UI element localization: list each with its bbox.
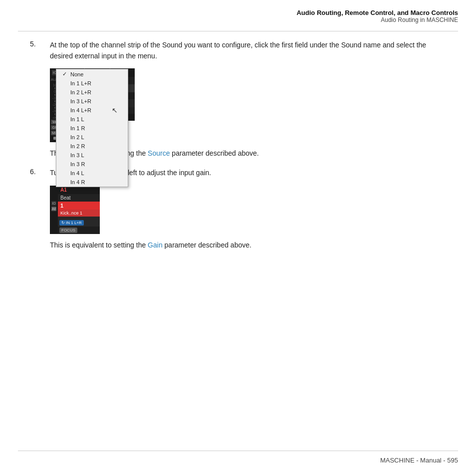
dropdown-item-in3l[interactable]: In 3 L (56, 151, 128, 160)
in1lr-btn[interactable]: ↻ IN 1 L+R (59, 220, 84, 226)
dropdown-menu: ✓ None In 1 L+R In 2 L+R In 3 L+R (56, 69, 128, 187)
dropdown-label-in3r: In 3 R (70, 161, 85, 167)
step-6-equiv: This is equivalent to setting the Gain p… (50, 240, 446, 250)
dropdown-item-in1l[interactable]: In 1 L (56, 115, 128, 124)
dropdown-label-in2lr: In 2 L+R (70, 89, 91, 95)
source-link[interactable]: Source (148, 149, 170, 157)
dropdown-item-in3r[interactable]: In 3 R (56, 160, 128, 169)
header-title: Audio Routing, Remote Control, and Macro… (296, 9, 458, 16)
dropdown-item-none[interactable]: ✓ None (56, 69, 128, 79)
dropdown-label-in1r: In 1 R (70, 125, 85, 131)
header-divider (18, 31, 458, 31)
footer-page-info: MASCHINE - Manual - 595 (380, 457, 458, 464)
mouse-cursor-icon: ↖ (112, 106, 118, 114)
maschine-ui-1: IO AUX 10 0 -10 -20 -30 -oo Mu (50, 68, 135, 142)
dropdown-item-in1r[interactable]: In 1 R (56, 124, 128, 133)
dropdown-item-in2r[interactable]: In 2 R (56, 142, 128, 151)
dropdown-label-in1lr: In 1 L+R (70, 80, 91, 86)
sound-row-2: Kick..nce 1 (58, 210, 100, 217)
in-icon: ↻ (61, 221, 65, 225)
dropdown-label-in3l: In 3 L (70, 152, 84, 158)
maschine-ui-2: IO All A1 Beat 1 Kick..nce 1 (50, 186, 100, 234)
dropdown-item-in3lr[interactable]: In 3 L+R (56, 97, 128, 106)
all-label-2: All (51, 207, 56, 211)
step-5-number: 5. (30, 40, 42, 61)
dropdown-item-in4r[interactable]: In 4 R (56, 178, 128, 187)
step-5-block: 5. At the top of the channel strip of th… (30, 40, 446, 61)
gain-link[interactable]: Gain (148, 241, 163, 249)
dropdown-item-in2lr[interactable]: In 2 L+R (56, 88, 128, 97)
footer-divider (18, 451, 458, 451)
step-6-number: 6. (30, 168, 42, 179)
num-cell-1-2: 1 (58, 202, 100, 210)
dropdown-label-in4r: In 4 R (70, 179, 85, 185)
dropdown-label-in4lr: In 4 L+R (70, 107, 91, 113)
beat-row-2: Beat (58, 194, 100, 202)
dropdown-label-in1l: In 1 L (70, 116, 84, 122)
dropdown-label-in3lr: In 3 L+R (70, 98, 91, 104)
dropdown-item-in1lr[interactable]: In 1 L+R (56, 79, 128, 88)
maschine-left-sidebar-2: IO All (50, 186, 58, 234)
dropdown-label-in4l: In 4 L (70, 170, 84, 176)
sound-cell-a1-2: Kick..nce 1 (58, 210, 100, 217)
check-icon: ✓ (62, 71, 68, 77)
header-subtitle: Audio Routing in MASCHINE (296, 16, 458, 23)
page-header: Audio Routing, Remote Control, and Macro… (296, 9, 458, 23)
step5-equiv-post: parameter described above. (170, 149, 258, 157)
audio-row-2: ↻ IN 1 L+R (58, 217, 100, 227)
step-5-text: At the top of the channel strip of the S… (50, 40, 446, 61)
dropdown-item-in4l[interactable]: In 4 L (56, 169, 128, 178)
io-label-2: IO (51, 201, 56, 206)
maschine-main-panel-2: A1 Beat 1 Kick..nce 1 ↻ IN (58, 186, 100, 234)
step6-equiv-post: parameter described above. (163, 241, 251, 249)
dropdown-label-in2r: In 2 R (70, 143, 85, 149)
beat-cell-a1-2: Beat (58, 194, 100, 202)
dropdown-label-in2l: In 2 L (70, 134, 84, 140)
dropdown-label-none: None (70, 71, 83, 77)
focus-btn[interactable]: FOCUS (59, 228, 77, 233)
main-content: 5. At the top of the channel strip of th… (30, 40, 446, 259)
step6-equiv-pre: This is equivalent to setting the (50, 241, 148, 249)
dropdown-item-in2l[interactable]: In 2 L (56, 133, 128, 142)
screenshot-1-wrapper: IO AUX 10 0 -10 -20 -30 -oo Mu (50, 68, 446, 142)
number-row-2: 1 (58, 202, 100, 210)
focus-row: FOCUS (58, 227, 100, 234)
screenshot-2-wrapper: IO All A1 Beat 1 Kick..nce 1 (50, 186, 446, 234)
